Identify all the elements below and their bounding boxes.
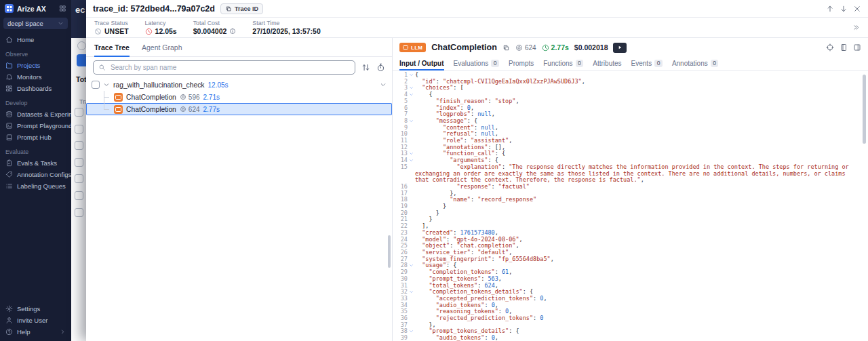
collapse-header-button[interactable] — [852, 24, 860, 31]
meta-value-text: $0.004002 — [193, 27, 227, 35]
brand-name: Arize AX — [17, 5, 46, 13]
root-span-row[interactable]: rag_with_hallucination_check 12.05s — [86, 79, 392, 91]
layout-toggle-button[interactable] — [853, 43, 861, 52]
meta-total-cost: Total Cost$0.004002 — [193, 20, 237, 35]
chevron-right-icon — [60, 329, 66, 335]
fold-toggle-icon[interactable] — [408, 151, 415, 157]
open-in-playground-button[interactable] — [613, 43, 627, 53]
sidebar-item-settings[interactable]: Settings — [0, 303, 71, 315]
fold-toggle-icon[interactable] — [408, 157, 415, 164]
panel-header: trace_id: 572dbed4...79a07c2d Trace ID — [86, 0, 868, 18]
trace-id-title: trace_id: 572dbed4...79a07c2d — [93, 4, 215, 14]
llm-badge-label: LLM — [411, 45, 422, 51]
tab-trace-tree[interactable]: Trace Tree — [94, 38, 130, 56]
sidebar-item-help[interactable]: Help — [0, 326, 71, 338]
sidebar-item-invite-user[interactable]: Invite User — [0, 315, 71, 326]
previous-trace-button[interactable] — [826, 5, 834, 13]
copy-span-icon[interactable] — [502, 44, 510, 52]
sidebar-item-projects[interactable]: Projects — [0, 60, 71, 71]
fold-toggle-icon[interactable] — [408, 289, 415, 296]
sidebar-item-home[interactable]: Home — [0, 34, 71, 45]
row-checkbox[interactable] — [75, 108, 83, 117]
tab-input-output[interactable]: Input / Output — [399, 57, 444, 70]
tab-agent-graph[interactable]: Agent Graph — [142, 38, 182, 56]
span-cost: $0.002018 — [574, 43, 608, 52]
meta-trace-status: Trace StatusUNSET — [94, 20, 129, 35]
tab-label: Evaluations — [454, 60, 489, 67]
row-checkbox[interactable] — [92, 81, 100, 89]
sidebar-item-monitors[interactable]: Monitors — [0, 71, 71, 83]
sidebar-item-prompt-playground[interactable]: Prompt Playground — [0, 120, 71, 132]
token-count-value: 596 — [189, 94, 200, 101]
collapse-row-icon[interactable] — [380, 81, 387, 88]
span-row-1[interactable]: ChatCompletion5962.71s — [86, 91, 392, 103]
tab-attributes[interactable]: Attributes — [593, 57, 621, 70]
bell-icon — [5, 73, 13, 81]
fold-toggle-icon[interactable] — [408, 262, 415, 269]
fold-spacer — [408, 322, 415, 329]
code-line: 21 } — [393, 216, 868, 223]
span-row-2[interactable]: ChatCompletion6242.77s — [86, 103, 392, 115]
tab-annotations[interactable]: Annotations0 — [672, 57, 719, 70]
meta-latency: Latency12.05s — [145, 20, 177, 35]
trace-id-chip[interactable]: Trace ID — [220, 3, 263, 14]
clipboard-icon — [5, 159, 13, 167]
fold-toggle-icon[interactable] — [408, 85, 415, 92]
tab-functions[interactable]: Functions0 — [543, 57, 583, 70]
llm-span-icon — [114, 105, 123, 114]
fold-spacer — [408, 125, 415, 132]
code-text: } — [415, 203, 868, 210]
next-trace-button[interactable] — [840, 5, 848, 13]
sidebar-item-dashboards[interactable]: Dashboards — [0, 83, 71, 94]
caret-down-icon[interactable] — [103, 81, 110, 88]
span-search[interactable] — [93, 60, 355, 75]
timing-view-button[interactable] — [376, 63, 385, 72]
tree-connector — [102, 103, 111, 115]
fold-toggle-icon[interactable] — [408, 328, 415, 335]
code-scrollbar[interactable] — [863, 75, 866, 144]
row-checkbox[interactable] — [75, 191, 83, 200]
code-text: "explanation": "The response directly ma… — [415, 164, 868, 184]
expand-collapse-button[interactable] — [361, 63, 370, 72]
root-span-name: rag_with_hallucination_check — [113, 81, 205, 89]
trace-id-chip-label: Trace ID — [235, 5, 258, 12]
fold-spacer — [408, 269, 415, 276]
circle-button[interactable] — [77, 41, 86, 50]
sidebar-item-annotation-configs[interactable]: Annotation Configs — [0, 169, 71, 180]
row-checkbox[interactable] — [75, 174, 83, 183]
sidebar-item-evals-tasks[interactable]: Evals & Tasks — [0, 157, 71, 169]
sidebar-item-prompt-hub[interactable]: Prompt Hub — [0, 132, 71, 143]
tab-prompts[interactable]: Prompts — [509, 57, 534, 70]
terminal-icon — [5, 122, 13, 129]
fold-spacer — [408, 243, 415, 249]
row-checkbox[interactable] — [75, 158, 83, 167]
sidebar-item-labeling-queues[interactable]: Labeling Queues — [0, 180, 71, 192]
space-selector[interactable]: deepl Space — [3, 18, 68, 29]
code-line: 16 "response": "factual" — [393, 184, 868, 190]
sidebar-item-datasets-experiments[interactable]: Datasets & Experiments — [0, 108, 71, 120]
row-checkbox[interactable] — [75, 141, 83, 150]
row-checkbox[interactable] — [75, 208, 83, 217]
tab-evaluations[interactable]: Evaluations0 — [454, 57, 499, 70]
sidebar-section-label: Develop — [0, 94, 71, 108]
notebook-button[interactable] — [840, 43, 848, 52]
search-input[interactable] — [109, 63, 350, 72]
fold-toggle-icon[interactable] — [408, 92, 415, 98]
fold-toggle-icon[interactable] — [408, 72, 415, 79]
close-panel-button[interactable] — [853, 5, 861, 13]
fold-toggle-icon[interactable] — [408, 118, 415, 125]
tree-scrollbar[interactable] — [388, 235, 391, 268]
help-icon — [5, 328, 13, 336]
meta-label: Trace Status — [94, 20, 129, 26]
row-checkbox[interactable] — [75, 125, 83, 134]
fold-spacer — [408, 315, 415, 322]
focus-span-button[interactable] — [826, 43, 834, 52]
fold-spacer — [408, 138, 415, 144]
apps-grid-icon[interactable] — [59, 5, 66, 12]
info-icon[interactable] — [229, 28, 236, 35]
brand: Arize AX — [0, 0, 71, 16]
search-icon — [98, 64, 106, 71]
sidebar-footer: SettingsInvite UserHelp — [0, 303, 71, 341]
tab-events[interactable]: Events0 — [631, 57, 663, 70]
llm-badge: LLM — [399, 43, 426, 52]
